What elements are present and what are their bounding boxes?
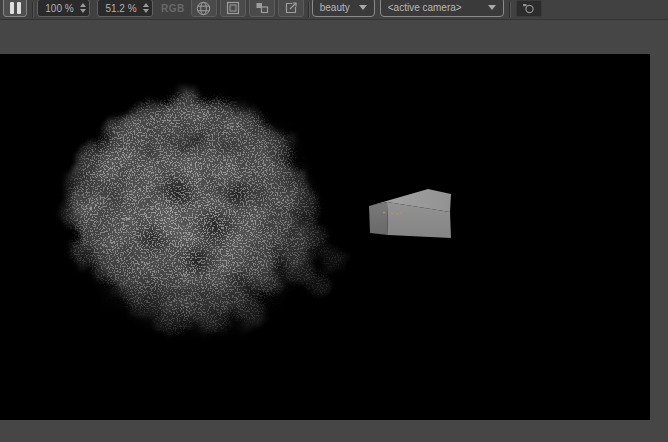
pause-icon [10,2,14,14]
compare-icon [255,1,269,15]
single-image-button[interactable] [220,0,246,17]
pause-button[interactable] [3,0,27,17]
box-side-face [369,202,388,235]
chevron-down-icon [359,5,367,10]
camera-select-value: <active camera> [388,2,480,13]
zoom-level-field[interactable]: 51.2 % [97,0,153,17]
render-progress-value: 100 % [42,3,77,14]
snapshot-button[interactable] [516,0,542,17]
render-pass-dropdown[interactable]: beauty [312,0,375,17]
stepper-icon[interactable] [143,3,149,13]
compare-images-button[interactable] [249,0,275,17]
export-image-button[interactable] [278,0,304,17]
viewport-frame [0,20,668,442]
toolbar-separator [32,2,33,17]
globe-icon [196,1,211,16]
camera-select-dropdown[interactable]: <active camera> [380,0,504,17]
render-canvas[interactable] [0,54,650,420]
globe-wireframe-button[interactable] [191,0,217,17]
toolbar-separator [308,2,309,17]
zoom-level-value: 51.2 % [102,3,140,14]
toolbar: 100 % 51.2 % RGB [0,0,668,20]
camera-icon [521,3,537,15]
stepper-icon[interactable] [80,3,86,13]
export-icon [284,1,298,15]
render-progress-field[interactable]: 100 % [37,0,90,17]
render-viewer-window: 100 % 51.2 % RGB [0,0,668,442]
toolbar-separator [509,2,510,17]
render-pass-value: beauty [320,2,351,13]
frame-icon [226,1,240,15]
rgb-channel-label[interactable]: RGB [155,0,191,16]
chevron-down-icon [488,5,496,10]
